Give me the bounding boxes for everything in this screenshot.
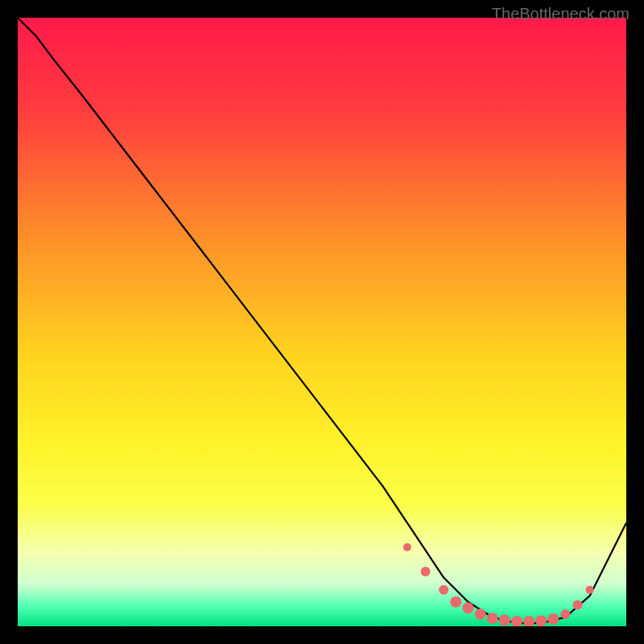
gradient-background [18,18,626,626]
marker-dot [547,613,559,625]
marker-dot [487,613,498,624]
marker-dot [475,609,486,620]
marker-dot [421,567,431,576]
marker-dot [439,585,448,595]
marker-dot [499,614,510,625]
marker-dot [586,586,594,594]
plot-area [18,18,626,626]
chart-container: TheBottleneck.com [0,0,644,644]
marker-dot [450,597,461,608]
marker-dot [560,609,570,619]
marker-dot [403,543,411,551]
marker-dot [573,601,583,610]
marker-dot [535,615,547,626]
watermark-text: TheBottleneck.com [492,5,630,23]
marker-dot [462,602,473,613]
chart-svg [18,18,626,626]
